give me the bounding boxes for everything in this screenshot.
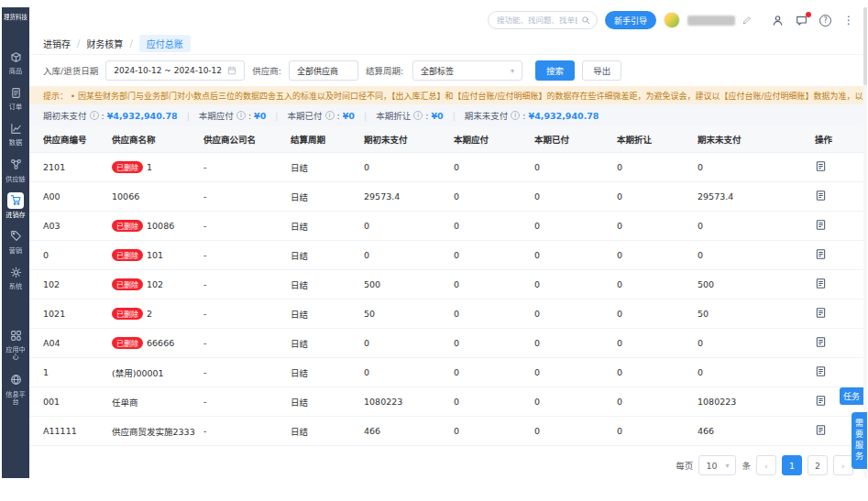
company-cell: - (196, 417, 283, 446)
record-action-icon[interactable] (815, 336, 827, 348)
sidebar-item-app-center[interactable]: 应用中心 (2, 323, 29, 367)
deleted-badge: 已删除 (112, 337, 143, 349)
period-payable-cell: 0 (446, 300, 527, 329)
sidebar-item-label: 供应链 (4, 175, 28, 182)
scrollbar-track[interactable] (863, 7, 867, 478)
supplier-name: 2 (147, 309, 152, 319)
date-range-value: 2024-10-12 ~ 2024-10-12 (114, 66, 222, 75)
sidebar-item-orders[interactable]: 订单 (2, 81, 29, 116)
opening-unpaid-cell: 0 (357, 329, 446, 358)
breadcrumb-item[interactable]: 应付总账 (139, 35, 191, 52)
period-paid-cell: 0 (527, 417, 610, 446)
period-discount-cell: 0 (610, 241, 690, 270)
sidebar-item-label: 营销 (4, 246, 28, 254)
opening-unpaid-cell: 29573.4 (357, 182, 446, 212)
period-paid-cell: 0 (527, 387, 610, 417)
cycle-cell: 日结 (283, 270, 357, 300)
record-action-icon[interactable] (815, 424, 827, 436)
username-redacted[interactable] (687, 16, 735, 26)
supplier-input[interactable] (290, 61, 357, 80)
help-icon[interactable]: ? (819, 15, 831, 27)
scrollbar-thumb[interactable] (863, 7, 867, 85)
export-button[interactable]: 导出 (582, 60, 621, 81)
edit-profile-icon[interactable] (742, 16, 752, 25)
account-icon[interactable] (772, 15, 784, 27)
supplier-name: 1 (147, 162, 152, 172)
sidebar-item-label: 应用中心 (4, 346, 28, 362)
info-icon[interactable]: i (511, 111, 520, 120)
summary-label: 期末未支付 (465, 109, 509, 122)
opening-unpaid-cell: 466 (357, 417, 446, 446)
sidebar-item-label: 进销存 (4, 211, 28, 218)
sidebar-item-marketing[interactable]: 营销 (2, 224, 29, 260)
record-action-icon[interactable] (815, 160, 827, 172)
guide-button[interactable]: 新手引导 (605, 11, 656, 29)
cycle-select-value: 全部标签 (421, 65, 454, 77)
more-icon[interactable]: ⋮ (843, 15, 854, 26)
sidebar-item-supply-chain[interactable]: 供应链 (2, 153, 29, 189)
supplier-name: 10066 (112, 191, 139, 201)
record-action-icon[interactable] (815, 395, 827, 407)
record-action-icon[interactable] (815, 307, 827, 319)
message-icon[interactable] (796, 15, 808, 27)
page-button-2[interactable]: 2 (808, 455, 828, 475)
company-cell: - (196, 182, 283, 212)
sidebar-item-label: 系统 (4, 283, 28, 290)
app-center-icon (7, 327, 24, 343)
sidebar-item-label: 数据 (4, 139, 28, 147)
supplier-name-cell: 已删除1 (104, 153, 196, 182)
page-button-1[interactable]: 1 (782, 455, 802, 475)
summary-value: ¥0 (431, 111, 443, 121)
cycle-cell: 日结 (283, 212, 357, 241)
summary-value: ¥0 (343, 111, 355, 121)
cycle-cell: 日结 (283, 417, 357, 446)
next-page-button[interactable]: › (833, 455, 853, 475)
cycle-cell: 日结 (283, 329, 357, 358)
info-icon[interactable]: i (236, 111, 246, 120)
supplier-name-cell: 已删除102 (104, 270, 196, 300)
period-paid-cell: 0 (527, 358, 610, 387)
record-action-icon[interactable] (815, 248, 827, 260)
sidebar-item-info-platform[interactable]: 信息平台 (2, 368, 29, 412)
info-icon[interactable]: i (325, 111, 335, 120)
sidebar-item-system[interactable]: 系统 (2, 260, 29, 296)
company-cell: - (196, 270, 283, 300)
record-action-icon[interactable] (815, 190, 827, 201)
opening-unpaid-cell: 1080223 (357, 387, 446, 417)
record-action-icon[interactable] (815, 278, 827, 289)
period-discount-cell: 0 (610, 417, 690, 446)
search-button[interactable]: 搜索 (535, 60, 575, 81)
service-strip[interactable]: 需要服务 (852, 412, 867, 469)
summary-label: 期初未支付 (43, 109, 87, 122)
pagination: 每页 10 ▾ 条 ‹12› (29, 446, 867, 475)
breadcrumb-item[interactable]: 进销存 (43, 37, 71, 50)
period-payable-cell: 0 (446, 387, 527, 417)
info-icon[interactable]: i (413, 111, 423, 120)
company-cell: - (196, 241, 283, 270)
supplier-name-cell: 已删除101 (104, 241, 196, 270)
action-cell (808, 241, 867, 270)
avatar[interactable] (664, 12, 680, 28)
supplier-code-cell: 001 (29, 387, 104, 417)
prev-page-button[interactable]: ‹ (756, 455, 776, 475)
global-search-input[interactable] (497, 16, 577, 25)
summary-separator: | (187, 111, 190, 121)
breadcrumb-item[interactable]: 财务核算 (86, 37, 123, 50)
page-size-select[interactable]: 10 ▾ (698, 455, 736, 475)
task-tab[interactable]: 任务 (840, 387, 863, 405)
sidebar-item-data[interactable]: 数据 (2, 116, 29, 152)
global-search (488, 11, 598, 29)
sidebar-item-inventory[interactable]: 进销存 (2, 189, 29, 224)
date-range-input[interactable]: 2024-10-12 ~ 2024-10-12 (105, 60, 245, 81)
closing-unpaid-cell: 500 (690, 270, 808, 300)
record-action-icon[interactable] (815, 365, 827, 377)
record-action-icon[interactable] (815, 219, 827, 231)
sidebar-item-goods[interactable]: 商品 (2, 45, 29, 81)
closing-unpaid-cell: 50 (690, 300, 808, 329)
cycle-select[interactable]: 全部标签 ▾ (412, 60, 522, 81)
opening-unpaid-cell: 0 (357, 241, 446, 270)
info-icon[interactable]: i (90, 111, 99, 120)
period-payable-cell: 0 (446, 153, 527, 182)
closing-unpaid-cell: 0 (690, 212, 808, 241)
supplier-name-cell: 10066 (104, 182, 196, 212)
